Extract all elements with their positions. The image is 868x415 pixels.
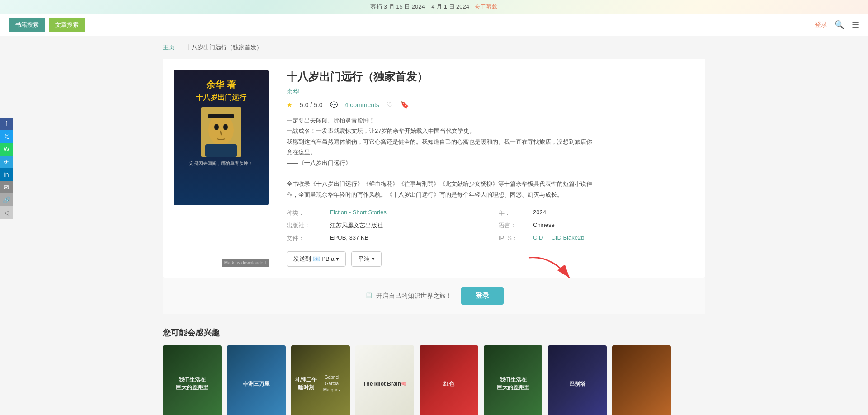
book-search-button[interactable]: 书籍搜索 xyxy=(9,18,45,32)
breadcrumb-separator: ｜ xyxy=(177,43,183,52)
desc-line2: 一战成名！一发表就震惊文坛，让27岁的余华开始载入中国当代文学史。 xyxy=(287,126,594,136)
email-icon: ✉ xyxy=(4,184,9,191)
list-item[interactable] xyxy=(612,345,671,415)
linkedin-share-button[interactable]: in xyxy=(0,168,13,181)
monitor-icon: 🖥 xyxy=(364,291,373,301)
banner-link[interactable]: 关于募款 xyxy=(474,3,498,10)
rec-book-cover xyxy=(612,345,671,415)
desc-line3: 我愿到这汽车虽然遍体鳞伤，可它心窝还是健全的。我知道自己的心窝也是暖和的。我一直… xyxy=(287,137,594,158)
cover-title: 十八岁出门远行 xyxy=(196,93,246,103)
publisher-value: 江苏凤凰文艺出版社 xyxy=(330,222,491,230)
breadcrumb-home[interactable]: 主页 xyxy=(163,43,175,52)
file-label: 文件： xyxy=(287,234,323,242)
facebook-icon: f xyxy=(5,120,7,127)
login-action-button[interactable]: 登录 xyxy=(461,287,504,305)
wishlist-heart-icon[interactable]: ♡ xyxy=(387,100,393,109)
linkedin-icon: in xyxy=(4,171,9,178)
fundraising-banner: 募捐 3 月 15 日 2024 – 4 月 1 日 2024 关于募款 xyxy=(0,0,868,14)
language-value: Chinese xyxy=(533,222,694,230)
search-icon[interactable]: 🔍 xyxy=(835,20,844,30)
list-item[interactable]: 红色 xyxy=(420,345,478,415)
send-to-button[interactable]: 发送到 📧 PB a ▾ xyxy=(287,251,346,267)
share-icon: ◁ xyxy=(4,209,9,216)
year-label: 年： xyxy=(499,209,526,217)
format-button[interactable]: 平装 ▾ xyxy=(351,251,382,267)
svg-rect-5 xyxy=(205,144,237,157)
telegram-share-button[interactable]: ✈ xyxy=(0,156,13,168)
login-link[interactable]: 登录 xyxy=(815,21,827,29)
book-description: 一定要出去闯闯、哪怕鼻青脸肿！ 一战成名！一发表就震惊文坛，让27岁的余华开始载… xyxy=(287,115,594,200)
list-item[interactable]: 我们生活在巨大的差距里 xyxy=(163,345,222,415)
rec-book-cover: 我们生活在巨大的差距里 xyxy=(484,345,542,415)
header-nav: 书籍搜索 文章搜索 xyxy=(9,18,85,32)
login-prompt-message: 开启自己的知识世界之旅！ xyxy=(376,292,452,300)
book-cover-wrap: 余华 著 十八岁出门远行 xyxy=(174,70,269,267)
bookmark-icon[interactable]: 🔖 xyxy=(400,100,409,109)
menu-icon[interactable]: ☰ xyxy=(852,20,859,30)
list-item[interactable]: 非洲三万里 xyxy=(227,345,286,415)
cover-author: 余华 著 xyxy=(206,79,236,91)
comment-icon: 💬 xyxy=(330,101,338,108)
arrow-decoration xyxy=(524,253,579,285)
banner-text: 募捐 3 月 15 日 2024 – 4 月 1 日 2024 xyxy=(370,3,469,10)
telegram-icon: ✈ xyxy=(4,158,9,165)
header-actions: 登录 🔍 ☰ xyxy=(815,20,859,30)
svg-point-2 xyxy=(214,124,219,130)
action-row: 发送到 📧 PB a ▾ 平装 ▾ xyxy=(287,251,694,267)
whatsapp-icon: W xyxy=(3,146,9,153)
email-share-button[interactable]: ✉ xyxy=(0,181,13,193)
more-share-button[interactable]: ◁ xyxy=(0,206,13,219)
ipfs-value: CID , CID Blake2b xyxy=(533,234,694,242)
breadcrumb: 主页 ｜ 十八岁出门远行（独家首发） xyxy=(163,43,705,52)
login-prompt-section: 🖥 开启自己的知识世界之旅！ 登录 xyxy=(163,278,705,314)
social-sidebar: f 𝕏 W ✈ in ✉ 🔗 ◁ xyxy=(0,118,13,219)
twitter-icon: 𝕏 xyxy=(4,133,9,140)
book-author-link[interactable]: 余华 xyxy=(287,88,299,96)
recommendations-title: 您可能会感兴趣 xyxy=(163,327,705,338)
book-cover: 余华 著 十八岁出门远行 xyxy=(174,70,269,205)
genre-value: Fiction - Short Stories xyxy=(330,209,491,217)
rec-book-cover: 巴别塔 xyxy=(548,345,607,415)
book-meta-row: ★ 5.0 / 5.0 💬 4 comments ♡ 🔖 xyxy=(287,100,694,109)
whatsapp-share-button[interactable]: W xyxy=(0,143,13,156)
list-item[interactable]: 我们生活在巨大的差距里 xyxy=(484,345,542,415)
book-info: 十八岁出门远行（独家首发） 余华 ★ 5.0 / 5.0 💬 4 comment… xyxy=(287,70,694,267)
facebook-share-button[interactable]: f xyxy=(0,118,13,130)
file-value: EPUB, 337 KB xyxy=(330,234,491,242)
twitter-share-button[interactable]: 𝕏 xyxy=(0,130,13,143)
year-value: 2024 xyxy=(533,209,694,217)
mark-downloaded-label[interactable]: Mark as downloaded xyxy=(222,259,269,267)
book-details-table: 种类： Fiction - Short Stories 年： 2024 出版社：… xyxy=(287,209,694,242)
cid-blake2b-link[interactable]: CID Blake2b xyxy=(551,234,584,241)
login-prompt-text: 🖥 开启自己的知识世界之旅！ xyxy=(364,291,452,301)
link-icon: 🔗 xyxy=(3,196,10,203)
cid-link[interactable]: CID xyxy=(533,234,543,241)
recommendations-section: 您可能会感兴趣 我们生活在巨大的差距里 非洲三万里 礼拜二午睡时刻Gabriel… xyxy=(163,327,705,415)
list-item[interactable]: 巴别塔 xyxy=(548,345,607,415)
genre-label: 种类： xyxy=(287,209,323,217)
main-content: 主页 ｜ 十八岁出门远行（独家首发） 余华 著 十八岁出门远行 xyxy=(145,36,723,415)
list-item[interactable]: The Idiot Brain🧠 xyxy=(355,345,414,415)
svg-rect-4 xyxy=(208,114,234,118)
svg-point-3 xyxy=(223,124,228,130)
ipfs-label: IPFS： xyxy=(499,234,526,242)
publisher-label: 出版社： xyxy=(287,222,323,230)
rec-book-cover: The Idiot Brain🧠 xyxy=(355,345,414,415)
language-label: 语言： xyxy=(499,222,526,230)
recommendations-list: 我们生活在巨大的差距里 非洲三万里 礼拜二午睡时刻Gabriel García … xyxy=(163,345,705,415)
desc-line4: ——《十八岁出门远行》 xyxy=(287,158,594,168)
genre-link[interactable]: Fiction - Short Stories xyxy=(330,209,387,216)
star-icon: ★ xyxy=(287,101,292,108)
rec-book-cover: 非洲三万里 xyxy=(227,345,286,415)
list-item[interactable]: 礼拜二午睡时刻Gabriel García Márquez xyxy=(291,345,350,415)
desc-line5: 全书收录《十八岁出门远行》《鲜血梅花》《往事与刑罚》《此文献给少女杨柳》等十篇余… xyxy=(287,179,594,200)
rec-book-cover: 礼拜二午睡时刻Gabriel García Márquez xyxy=(291,345,350,415)
site-header: 书籍搜索 文章搜索 登录 🔍 ☰ xyxy=(0,14,868,36)
copy-link-button[interactable]: 🔗 xyxy=(0,193,13,206)
comments-link[interactable]: 4 comments xyxy=(345,101,379,108)
article-search-button[interactable]: 文章搜索 xyxy=(49,18,85,32)
book-detail-card: 余华 著 十八岁出门远行 xyxy=(163,59,705,278)
cover-illustration xyxy=(201,107,241,157)
rec-book-cover: 红色 xyxy=(420,345,478,415)
book-title: 十八岁出门远行（独家首发） xyxy=(287,70,694,84)
